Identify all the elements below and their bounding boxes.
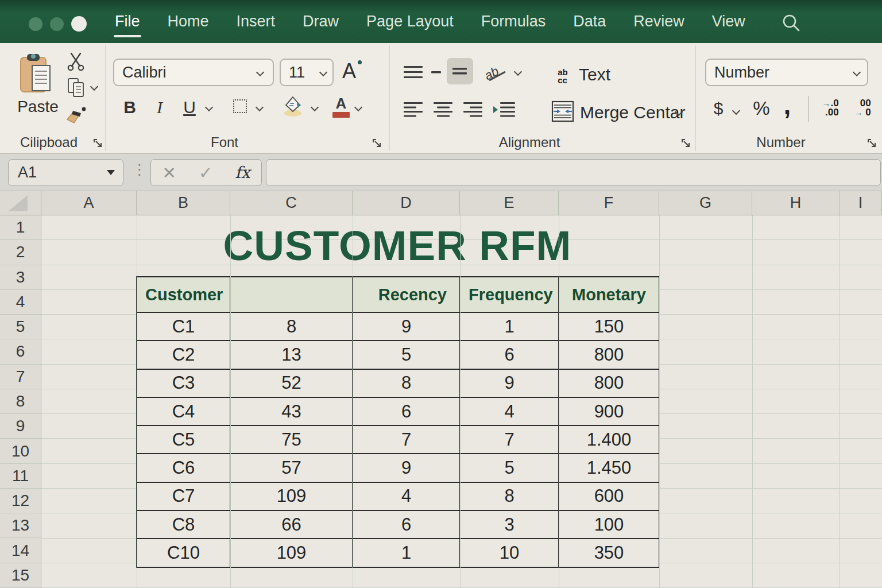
cell[interactable]: 9 [353, 454, 460, 482]
row-header-6[interactable]: 6 [0, 339, 41, 364]
menu-review[interactable]: Review [633, 13, 684, 30]
cell[interactable]: 6 [353, 510, 460, 539]
window-control-3[interactable] [71, 16, 87, 32]
grid[interactable]: CUSTOMER RFM CustomerRecencyFrequencyMon… [41, 215, 882, 588]
cell[interactable]: 4 [353, 482, 460, 510]
increase-font-size-button[interactable]: A [342, 59, 356, 83]
menu-file[interactable]: File [115, 13, 140, 30]
wrap-text-button[interactable]: ab cc [550, 65, 575, 88]
cell[interactable]: 6 [460, 341, 559, 369]
fill-color-button[interactable] [280, 94, 305, 119]
bottom-align-button-selected[interactable] [447, 58, 473, 84]
row-header-1[interactable]: 1 [0, 215, 41, 240]
cell[interactable]: 43 [230, 397, 353, 425]
copy-dropdown[interactable] [91, 83, 98, 90]
align-center-button[interactable] [432, 100, 455, 119]
cell[interactable]: 1.450 [559, 454, 659, 482]
cell[interactable]: 8 [230, 312, 353, 341]
row-header-4[interactable]: 4 [0, 290, 41, 315]
window-control-2[interactable] [50, 17, 64, 31]
menu-view[interactable]: View [712, 13, 745, 30]
clipboard-dialog-launcher[interactable] [93, 138, 103, 149]
cell[interactable]: 4 [460, 397, 559, 425]
cancel-icon[interactable]: ✕ [163, 163, 176, 183]
top-align-button[interactable] [402, 64, 425, 81]
menu-insert[interactable]: Insert [237, 13, 276, 30]
currency-button[interactable]: $ [710, 97, 727, 120]
column-header-c[interactable]: C [230, 191, 353, 215]
cell[interactable]: 7 [460, 425, 559, 454]
cell[interactable]: 600 [559, 482, 659, 510]
font-color-dropdown[interactable] [355, 104, 362, 111]
cell[interactable]: 75 [230, 425, 353, 454]
menu-page-layout[interactable]: Page Layout [366, 13, 454, 30]
cell[interactable]: 900 [559, 397, 659, 425]
borders-button[interactable] [233, 99, 247, 113]
formula-bar-grip[interactable]: ⋮ [132, 161, 147, 179]
row-header-13[interactable]: 13 [0, 513, 41, 538]
cell[interactable]: 6 [353, 397, 460, 425]
currency-dropdown[interactable] [733, 107, 740, 114]
row-header-11[interactable]: 11 [0, 464, 41, 489]
decrease-decimal-button[interactable]: 00 → 0 [848, 96, 877, 120]
comma-style-button[interactable]: , [780, 94, 795, 117]
column-header-d[interactable]: D [353, 191, 460, 215]
cell[interactable]: 1 [460, 312, 559, 341]
table-header-monetary[interactable]: Monetary [559, 277, 659, 312]
confirm-icon[interactable]: ✓ [199, 163, 212, 183]
italic-button[interactable]: I [149, 95, 170, 120]
table-header-frequency[interactable]: Frequency [460, 277, 559, 312]
cell[interactable]: 8 [460, 482, 559, 510]
font-name-select[interactable]: Calibri [113, 59, 274, 86]
cell[interactable]: C8 [137, 510, 230, 539]
cell[interactable]: C7 [137, 482, 230, 510]
cell[interactable]: C4 [137, 397, 230, 425]
search-button[interactable] [781, 13, 802, 33]
column-header-a[interactable]: A [41, 191, 137, 215]
cell[interactable]: C1 [137, 312, 230, 341]
menu-home[interactable]: Home [168, 13, 209, 30]
cell[interactable]: 109 [230, 482, 353, 510]
table-header-recency[interactable]: Recency [353, 277, 460, 312]
font-color-button[interactable]: A [328, 94, 354, 120]
increase-decimal-button[interactable]: →.0 .00 [815, 96, 845, 120]
borders-dropdown[interactable] [256, 104, 263, 111]
column-header-b[interactable]: B [137, 191, 230, 215]
number-format-select[interactable]: Number [705, 59, 868, 86]
cell[interactable]: 800 [559, 369, 659, 397]
select-all-corner[interactable] [0, 191, 41, 215]
cell[interactable]: 52 [230, 369, 353, 397]
column-header-f[interactable]: F [559, 191, 659, 215]
cell[interactable]: 5 [353, 341, 460, 369]
alignment-dialog-launcher[interactable] [681, 138, 691, 149]
format-painter-button[interactable] [63, 104, 88, 127]
row-header-7[interactable]: 7 [0, 365, 41, 389]
cell[interactable]: 13 [230, 341, 353, 369]
cell[interactable]: 109 [230, 539, 353, 567]
font-size-select[interactable]: 11 [280, 59, 334, 86]
formula-input[interactable] [266, 159, 881, 186]
insert-function-icon[interactable]: fx [235, 163, 250, 182]
cell[interactable]: 1.400 [559, 425, 659, 454]
middle-align-button[interactable] [430, 68, 443, 76]
cell[interactable]: 9 [353, 312, 460, 341]
cell[interactable]: 9 [460, 369, 559, 397]
fill-color-dropdown[interactable] [311, 104, 318, 111]
indent-button[interactable] [492, 100, 517, 119]
row-header-2[interactable]: 2 [0, 240, 41, 265]
column-header-h[interactable]: H [752, 191, 840, 215]
cell[interactable]: 100 [559, 510, 659, 539]
cell[interactable]: 10 [460, 539, 559, 567]
cell[interactable]: 350 [559, 539, 659, 567]
merge-center-button[interactable] [550, 99, 575, 123]
align-left-button[interactable] [402, 100, 425, 119]
copy-button[interactable] [65, 76, 88, 99]
cell[interactable]: 66 [230, 510, 353, 539]
row-header-10[interactable]: 10 [0, 439, 41, 463]
cell[interactable]: 3 [460, 510, 559, 539]
row-header-8[interactable]: 8 [0, 389, 41, 414]
cell[interactable]: 1 [353, 539, 460, 567]
cell[interactable]: C5 [137, 425, 230, 454]
cell[interactable]: 800 [559, 341, 659, 369]
menu-draw[interactable]: Draw [303, 13, 339, 30]
